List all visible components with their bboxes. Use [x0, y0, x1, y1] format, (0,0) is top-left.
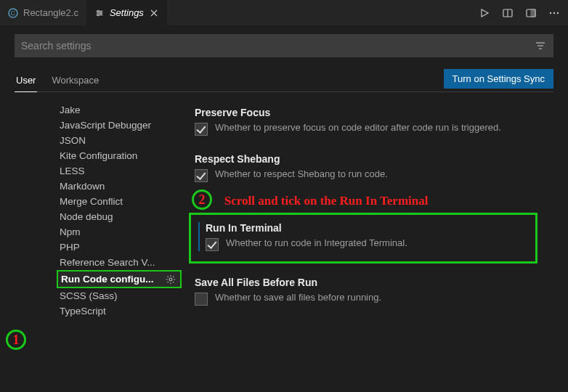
scope-tab-user[interactable]: User	[15, 70, 37, 92]
setting-respect-shebang: Respect Shebang Whether to respect Sheba…	[189, 146, 542, 192]
toc-item-run-code-config[interactable]: Run Code configu...	[57, 270, 182, 288]
run-icon[interactable]	[478, 7, 491, 20]
setting-desc: Whether to save all files before running…	[215, 291, 381, 305]
tab-bar-actions	[478, 0, 568, 25]
toc-item[interactable]: LESS	[57, 163, 182, 179]
annotation-step1-circle: 1	[6, 330, 26, 350]
close-icon[interactable]	[148, 7, 160, 19]
layout-icon[interactable]	[524, 7, 537, 20]
svg-point-7	[97, 14, 99, 15]
search-input[interactable]	[21, 40, 534, 52]
tab-label: Settings	[110, 7, 144, 18]
settings-toc: Jake JavaScript Debugger JSON Kite Confi…	[15, 92, 182, 392]
checkbox-run-in-terminal[interactable]	[206, 238, 219, 251]
toc-item[interactable]: JSON	[57, 133, 182, 148]
toc-item[interactable]: Kite Configuration	[57, 148, 182, 163]
c-file-icon: C	[7, 7, 19, 19]
more-icon[interactable]	[548, 7, 561, 20]
annotation-step2-circle: 2	[192, 189, 212, 210]
svg-rect-14	[531, 9, 535, 17]
svg-point-15	[550, 12, 551, 13]
settings-sync-button[interactable]: Turn on Settings Sync	[444, 69, 553, 89]
setting-preserve-focus: Preserve Focus Whether to preserve focus…	[189, 99, 542, 146]
toc-item[interactable]: TypeScript	[57, 303, 182, 319]
toc-item[interactable]: SCSS (Sass)	[57, 288, 182, 303]
setting-save-all-before-run: Save All Files Before Run Whether to sav…	[189, 269, 542, 316]
checkbox-preserve-focus[interactable]	[195, 123, 208, 136]
checkbox-save-all[interactable]	[195, 293, 208, 306]
svg-point-6	[100, 12, 102, 13]
split-right-icon[interactable]	[501, 7, 514, 20]
annotation-step2-text: 2 Scroll and tick on the Run In Terminal	[195, 194, 542, 210]
toc-item[interactable]: PHP	[57, 240, 182, 255]
setting-desc: Whether to run code in Integrated Termin…	[226, 237, 407, 250]
svg-point-5	[97, 10, 99, 12]
toc-item[interactable]: Npm	[57, 224, 182, 240]
settings-main: Preserve Focus Whether to preserve focus…	[182, 92, 553, 392]
svg-text:C: C	[11, 9, 16, 17]
toc-item[interactable]: Reference Search V...	[57, 255, 182, 270]
setting-title: Run In Terminal	[206, 222, 528, 234]
setting-title: Preserve Focus	[195, 107, 536, 118]
toc-item[interactable]: Jake	[57, 102, 182, 118]
scope-tab-workspace[interactable]: Workspace	[50, 70, 100, 91]
toc-item[interactable]: JavaScript Debugger	[57, 118, 182, 133]
svg-point-16	[553, 12, 555, 13]
setting-title: Respect Shebang	[195, 153, 536, 165]
svg-marker-10	[482, 9, 488, 17]
filter-icon[interactable]	[534, 39, 547, 52]
toc-item[interactable]: Markdown	[57, 179, 182, 194]
tab-settings[interactable]: Settings	[86, 0, 168, 25]
toc-item-label: Run Code configu...	[61, 274, 154, 285]
setting-desc: Whether to preserve focus on code editor…	[215, 121, 501, 135]
svg-point-21	[169, 278, 172, 281]
gear-icon[interactable]	[166, 274, 176, 285]
settings-tab-icon	[94, 7, 105, 19]
tab-rectangle2-c[interactable]: C Rectangle2.c	[0, 0, 86, 25]
setting-run-in-terminal: Run In Terminal Whether to run code in I…	[198, 222, 528, 251]
setting-title: Save All Files Before Run	[195, 277, 536, 288]
svg-point-17	[557, 12, 559, 13]
settings-search[interactable]	[15, 34, 553, 57]
tab-label: Rectangle2.c	[23, 7, 78, 18]
editor-tab-bar: C Rectangle2.c Settings	[0, 0, 568, 25]
annotation-highlight-run-in-terminal: Run In Terminal Whether to run code in I…	[189, 213, 537, 264]
checkbox-respect-shebang[interactable]	[195, 169, 208, 182]
toc-item[interactable]: Merge Conflict	[57, 194, 182, 209]
setting-desc: Whether to respect Shebang to run code.	[215, 168, 388, 181]
toc-item[interactable]: Node debug	[57, 209, 182, 224]
settings-scope-tabs: User Workspace Turn on Settings Sync	[15, 69, 553, 92]
